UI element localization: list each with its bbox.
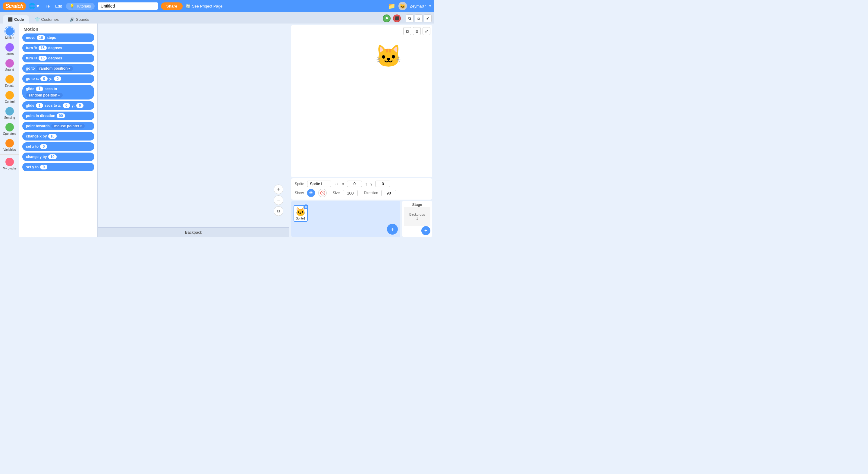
tab-sounds[interactable]: 🔊 Sounds	[65, 16, 94, 24]
stage-small-button[interactable]: ⧉	[403, 27, 411, 35]
sound-label: Sound	[5, 68, 14, 71]
right-panel: 🐱 ⧉ ⧈ ⤢ Sprite ↔ x ↕ y Show 👁	[289, 24, 434, 237]
events-label: Events	[5, 84, 14, 87]
sidebar-item-events[interactable]: Events	[1, 74, 19, 89]
block-goto-label: go to	[26, 66, 35, 70]
sidebar-item-operators[interactable]: Operators	[1, 122, 19, 137]
block-goto-xy-label: go to x:	[26, 77, 39, 81]
block-point-dir-input[interactable]: 90	[57, 113, 65, 118]
block-glide-to-dropdown[interactable]: random position	[26, 93, 63, 98]
backpack-bar[interactable]: Backpack	[98, 227, 289, 237]
block-set-x-input[interactable]: 0	[40, 144, 47, 149]
sprite-name-input[interactable]	[307, 181, 331, 187]
block-turn-cw[interactable]: turn ↻ 15 degrees	[22, 44, 94, 52]
share-button[interactable]: Share	[161, 2, 183, 10]
sidebar-item-myblocks[interactable]: My Blocks	[1, 156, 19, 171]
see-project-button[interactable]: 🔄 See Project Page	[186, 4, 222, 8]
block-change-x[interactable]: change x by 10	[22, 132, 94, 141]
sprite-remove-button[interactable]: ✕	[304, 204, 308, 209]
block-point-towards-dropdown[interactable]: mouse-pointer	[51, 124, 85, 128]
tab-costumes[interactable]: 👕 Costumes	[30, 16, 64, 24]
tab-code[interactable]: ⬛ Code	[3, 16, 29, 24]
block-set-y[interactable]: set y to 0	[22, 163, 94, 171]
file-menu[interactable]: File	[42, 4, 51, 8]
block-goto-xy-x[interactable]: 0	[40, 76, 48, 81]
username-chevron: ▾	[429, 4, 431, 8]
stage-thumb-title: Stage	[412, 203, 422, 207]
block-glide-to[interactable]: glide 1 secs to random position	[22, 85, 94, 99]
block-glide-xy-y[interactable]: 0	[76, 103, 84, 108]
stage-backdrop-area: Backdrops 1	[404, 207, 430, 226]
x-label: x	[342, 182, 344, 186]
sprite-y-input[interactable]	[375, 181, 390, 187]
add-backdrop-button[interactable]: +	[421, 226, 430, 235]
sprite-info-row1: Sprite ↔ x ↕ y	[295, 181, 429, 187]
block-point-dir[interactable]: point in direction 90	[22, 112, 94, 120]
stage-normal-button[interactable]: ⧈	[413, 27, 421, 35]
scratch-logo[interactable]: Scratch	[3, 2, 26, 10]
zoom-out-button[interactable]: −	[274, 196, 283, 205]
sensing-dot	[5, 107, 14, 116]
category-sidebar: Motion Looks Sound Events Control Sensin…	[0, 24, 19, 237]
block-turn-ccw[interactable]: turn ↺ 15 degrees	[22, 54, 94, 62]
block-glide-to-input[interactable]: 1	[36, 87, 43, 91]
block-change-y[interactable]: change y by 10	[22, 153, 94, 161]
block-turn-ccw-input[interactable]: 15	[38, 56, 47, 61]
sprite-thumb-sprite1[interactable]: ✕ 🐱 Sprite1	[293, 205, 308, 222]
backdrops-label: Backdrops	[409, 213, 425, 216]
green-flag-button[interactable]: ⚑	[383, 14, 391, 22]
block-change-y-input[interactable]: 10	[48, 154, 56, 159]
block-goto-dropdown[interactable]: random position	[36, 66, 73, 71]
script-area[interactable]: + − ⊡ Backpack	[98, 24, 289, 237]
block-move-input[interactable]: 10	[37, 35, 45, 40]
block-set-x[interactable]: set x to 0	[22, 142, 94, 151]
size-label: Size	[333, 191, 340, 195]
block-move[interactable]: move 10 steps	[22, 33, 94, 42]
show-eye-button[interactable]: 👁	[307, 189, 315, 197]
username-label[interactable]: Zeyma07	[410, 4, 426, 8]
edit-menu[interactable]: Edit	[54, 4, 63, 8]
folder-icon[interactable]: 📁	[388, 2, 396, 10]
sidebar-item-variables[interactable]: Variables	[1, 138, 19, 153]
stage-area: 🐱 ⧉ ⧈ ⤢	[291, 25, 432, 177]
block-goto-xy-y[interactable]: 0	[54, 76, 61, 81]
add-sprite-button[interactable]: +	[387, 224, 398, 235]
sprite-direction-input[interactable]	[381, 190, 396, 196]
block-goto-xy[interactable]: go to x: 0 y: 0	[22, 75, 94, 83]
block-glide-xy-input[interactable]: 1	[36, 103, 43, 108]
block-point-towards[interactable]: point towards mouse-pointer	[22, 122, 94, 130]
layout-normal-button[interactable]: ⧉	[406, 14, 413, 22]
sprite-x-input[interactable]	[347, 181, 362, 187]
blocks-panel-title: Motion	[19, 24, 97, 33]
globe-button[interactable]: 🌐 ▾	[29, 3, 39, 9]
sidebar-item-sound[interactable]: Sound	[1, 58, 19, 73]
globe-icon: 🌐	[29, 3, 35, 9]
sprite-size-input[interactable]	[343, 190, 358, 196]
layout-split-button[interactable]: ⧈	[415, 14, 423, 22]
topnav: Scratch 🌐 ▾ File Edit 💡 Tutorials Share …	[0, 0, 434, 12]
block-set-y-input[interactable]: 0	[40, 165, 47, 170]
block-glide-to-mid: secs to	[44, 87, 57, 91]
stop-button[interactable]: ⬛	[393, 14, 401, 22]
block-glide-xy[interactable]: glide 1 secs to x: 0 y: 0	[22, 101, 94, 110]
sidebar-item-looks[interactable]: Looks	[1, 42, 19, 57]
variables-label: Variables	[4, 148, 16, 151]
sidebar-item-control[interactable]: Control	[1, 90, 19, 105]
block-goto[interactable]: go to random position	[22, 64, 94, 73]
block-glide-xy-x[interactable]: 0	[63, 103, 70, 108]
sidebar-item-motion[interactable]: Motion	[1, 26, 19, 41]
block-point-towards-label: point towards	[26, 124, 50, 128]
fullscreen-button[interactable]: ⤢	[424, 14, 432, 22]
block-turn-cw-input[interactable]: 15	[38, 46, 47, 50]
control-label: Control	[5, 100, 14, 103]
zoom-in-button[interactable]: +	[274, 184, 283, 194]
project-title-input[interactable]	[98, 2, 158, 10]
hide-eye-button[interactable]: 🚫	[318, 189, 327, 197]
tutorials-button[interactable]: 💡 Tutorials	[66, 3, 94, 10]
stage-fullscreen-button[interactable]: ⤢	[423, 27, 430, 35]
sidebar-item-sensing[interactable]: Sensing	[1, 106, 19, 121]
stage-thumbnail-panel: Stage Backdrops 1 +	[402, 201, 432, 237]
zoom-reset-button[interactable]: ⊡	[274, 206, 283, 216]
avatar[interactable]: 😺	[398, 2, 407, 10]
block-change-x-input[interactable]: 10	[48, 134, 56, 139]
